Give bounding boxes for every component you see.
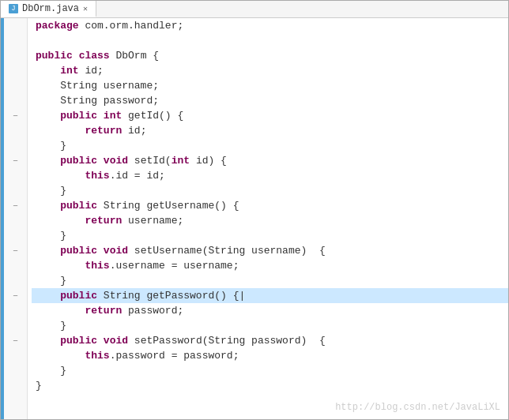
token-plain: String getUsername() { <box>97 200 239 212</box>
token-plain: .id = id; <box>110 170 165 182</box>
token-plain: .username = username; <box>110 260 239 272</box>
code-line-24: } <box>32 363 508 378</box>
token-kw: public <box>60 245 97 257</box>
code-line-19: public String getPassword() {| <box>32 288 508 303</box>
token-plain: setPassword(String password) { <box>128 335 326 347</box>
editor-wrapper: −−−−−− package com.orm.handler; public c… <box>1 18 508 419</box>
token-plain <box>97 245 104 257</box>
tab-label: DbOrm.java <box>22 3 79 14</box>
gutter-line-19: − <box>4 288 27 303</box>
token-kw: this <box>85 350 109 362</box>
collapse-marker-19[interactable]: − <box>13 291 18 301</box>
token-plain <box>36 200 60 212</box>
code-line-3: public class DbOrm { <box>32 48 508 63</box>
token-plain: getId() { <box>122 110 183 122</box>
collapse-marker-10[interactable]: − <box>13 156 18 166</box>
token-plain <box>36 125 85 137</box>
token-plain: } <box>36 320 66 332</box>
token-plain: } <box>36 185 66 197</box>
token-plain: id) { <box>190 155 227 167</box>
gutter-line-22: − <box>4 333 27 348</box>
token-kw: return <box>85 215 122 227</box>
token-kw: return <box>85 305 122 317</box>
gutter-line-10: − <box>4 153 27 168</box>
token-plain <box>97 155 104 167</box>
collapse-marker-13[interactable]: − <box>13 201 18 211</box>
tab-dborm[interactable]: J DbOrm.java ✕ <box>1 1 96 17</box>
gutter-line-15 <box>4 228 27 243</box>
token-plain: } <box>36 230 66 242</box>
code-area[interactable]: package com.orm.handler; public class Db… <box>28 18 508 419</box>
token-plain: username; <box>122 215 183 227</box>
token-kw: package <box>36 20 79 32</box>
gutter-line-9 <box>4 138 27 153</box>
token-plain: password; <box>122 305 183 317</box>
token-plain: } <box>36 140 66 152</box>
collapse-marker-22[interactable]: − <box>13 336 18 346</box>
code-line-25: } <box>32 378 508 393</box>
token-kw: int <box>104 110 122 122</box>
code-line-13: public String getUsername() { <box>32 198 508 213</box>
token-plain <box>36 215 85 227</box>
line-gutter: −−−−−− <box>4 18 28 419</box>
token-plain: String getPassword() {| <box>97 290 245 302</box>
gutter-line-23 <box>4 348 27 363</box>
code-line-14: return username; <box>32 213 508 228</box>
token-kw: public <box>60 335 97 347</box>
token-plain: String username; <box>36 80 159 92</box>
token-plain <box>36 170 85 182</box>
token-plain <box>36 350 85 362</box>
gutter-line-7: − <box>4 108 27 123</box>
gutter-line-17 <box>4 258 27 273</box>
token-plain: id; <box>122 125 146 137</box>
gutter-line-25 <box>4 378 27 393</box>
code-line-18: } <box>32 273 508 288</box>
collapse-marker-7[interactable]: − <box>13 111 18 121</box>
code-line-16: public void setUsername(String username)… <box>32 243 508 258</box>
code-line-17: this.username = username; <box>32 258 508 273</box>
gutter-line-14 <box>4 213 27 228</box>
code-line-23: this.password = password; <box>32 348 508 363</box>
token-plain: } <box>36 380 42 392</box>
token-plain <box>36 245 60 257</box>
gutter-line-4 <box>4 63 27 78</box>
java-file-icon: J <box>9 4 18 13</box>
token-kw: this <box>85 170 109 182</box>
gutter-line-1 <box>4 18 27 33</box>
gutter-line-2 <box>4 33 27 48</box>
token-plain: com.orm.handler; <box>79 20 184 32</box>
token-plain: } <box>36 275 66 287</box>
token-kw: public <box>60 110 97 122</box>
gutter-line-8 <box>4 123 27 138</box>
token-plain <box>36 290 60 302</box>
gutter-line-16: − <box>4 243 27 258</box>
gutter-line-3 <box>4 48 27 63</box>
code-line-20: return password; <box>32 303 508 318</box>
token-kw: int <box>60 65 78 77</box>
gutter-line-21 <box>4 318 27 333</box>
code-line-10: public void setId(int id) { <box>32 153 508 168</box>
code-line-2 <box>32 33 508 48</box>
gutter-line-5 <box>4 78 27 93</box>
token-kw: void <box>104 155 128 167</box>
code-line-6: String password; <box>32 93 508 108</box>
gutter-line-18 <box>4 273 27 288</box>
token-plain <box>97 335 104 347</box>
token-plain: DbOrm { <box>110 50 159 62</box>
token-plain <box>36 155 60 167</box>
code-line-5: String username; <box>32 78 508 93</box>
token-kw: public <box>36 50 73 62</box>
token-plain: String password; <box>36 95 159 107</box>
tab-close-icon[interactable]: ✕ <box>83 4 88 13</box>
gutter-line-11 <box>4 168 27 183</box>
token-kw: int <box>172 155 190 167</box>
token-plain <box>36 335 60 347</box>
code-line-15: } <box>32 228 508 243</box>
editor-window: J DbOrm.java ✕ −−−−−− package com.orm.ha… <box>0 0 509 420</box>
token-kw: this <box>85 260 109 272</box>
token-plain <box>97 110 104 122</box>
code-line-7: public int getId() { <box>32 108 508 123</box>
collapse-marker-16[interactable]: − <box>13 246 18 256</box>
gutter-line-12 <box>4 183 27 198</box>
token-plain: setUsername(String username) { <box>128 245 326 257</box>
